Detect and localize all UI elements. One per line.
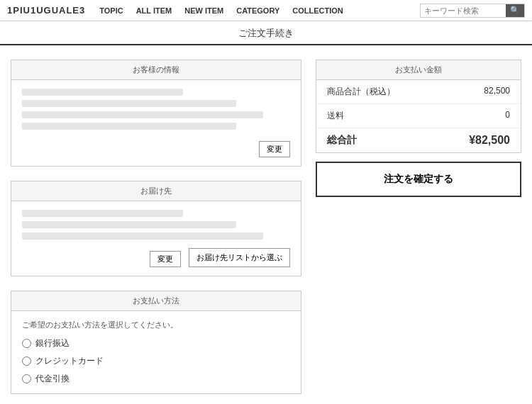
payment-radio-credit[interactable]	[22, 357, 31, 366]
customer-line-3	[22, 111, 263, 118]
delivery-section: お届け先 変更 お届け先リストから選ぶ	[11, 181, 301, 276]
shipping-row: 送料 0	[316, 104, 521, 128]
shipping-value: 0	[505, 110, 510, 122]
total-amount: ¥82,500	[469, 134, 510, 147]
nav-all-item[interactable]: ALL ITEM	[136, 6, 172, 15]
delivery-select-button[interactable]: お届け先リストから選ぶ	[189, 248, 290, 267]
payment-option-bank-label: 銀行振込	[35, 337, 70, 349]
payment-option-cod[interactable]: 代金引換	[22, 373, 290, 385]
search-button[interactable]: 🔍	[506, 4, 524, 17]
left-column: お客様の情報 変更 お届け先 変更 お届け先リストから選ぶ	[11, 60, 316, 404]
payment-method-body: ご希望のお支払い方法を選択してください。 銀行振込 クレジットカード 代金引換	[11, 311, 301, 393]
search-area: 🔍	[420, 4, 525, 18]
nav: TOPIC ALL ITEM NEW ITEM CATEGORY COLLECT…	[99, 6, 343, 15]
delivery-line-1	[22, 210, 183, 217]
payment-option-credit[interactable]: クレジットカード	[22, 355, 290, 367]
payment-summary: お支払い金額 商品合計（税込） 82,500 送料 0 総合計 ¥82,500	[316, 60, 521, 153]
delivery-change-button[interactable]: 変更	[150, 251, 181, 267]
page-title: ご注文手続き	[0, 21, 532, 45]
payment-method-header: お支払い方法	[11, 291, 301, 311]
subtotal-label: 商品合計（税込）	[327, 86, 395, 98]
shipping-label: 送料	[327, 110, 344, 122]
nav-new-item[interactable]: NEW ITEM	[184, 6, 223, 15]
subtotal-row: 商品合計（税込） 82,500	[316, 80, 521, 104]
logo: 1PIU1UGUALE3	[7, 5, 85, 16]
total-row: 総合計 ¥82,500	[316, 128, 521, 152]
payment-radio-cod[interactable]	[22, 374, 31, 383]
search-input[interactable]	[421, 6, 506, 15]
right-column: お支払い金額 商品合計（税込） 82,500 送料 0 総合計 ¥82,500 …	[316, 60, 521, 404]
customer-line-1	[22, 89, 183, 96]
payment-summary-header: お支払い金額	[316, 60, 521, 80]
customer-section: お客様の情報 変更	[11, 60, 301, 167]
customer-section-header: お客様の情報	[11, 60, 301, 80]
payment-option-bank[interactable]: 銀行振込	[22, 337, 290, 349]
payment-options: 銀行振込 クレジットカード 代金引換	[22, 337, 290, 385]
nav-category[interactable]: CATEGORY	[236, 6, 279, 15]
subtotal-value: 82,500	[484, 86, 510, 98]
payment-option-cod-label: 代金引換	[35, 373, 70, 385]
delivery-line-2	[22, 221, 236, 228]
payment-method-note: ご希望のお支払い方法を選択してください。	[22, 320, 290, 330]
customer-line-4	[22, 123, 236, 130]
payment-method-section: お支払い方法 ご希望のお支払い方法を選択してください。 銀行振込 クレジットカー…	[11, 291, 301, 394]
delivery-section-header: お届け先	[11, 181, 301, 201]
main-layout: お客様の情報 変更 お届け先 変更 お届け先リストから選ぶ	[0, 45, 532, 404]
delivery-section-body: 変更 お届け先リストから選ぶ	[11, 201, 301, 276]
payment-option-credit-label: クレジットカード	[35, 355, 104, 367]
total-label: 総合計	[327, 134, 357, 147]
confirm-order-button[interactable]: 注文を確定する	[316, 162, 521, 197]
customer-change-button[interactable]: 変更	[259, 141, 290, 157]
header: 1PIU1UGUALE3 TOPIC ALL ITEM NEW ITEM CAT…	[0, 0, 532, 21]
nav-topic[interactable]: TOPIC	[99, 6, 123, 15]
customer-line-2	[22, 100, 236, 107]
nav-collection[interactable]: COLLECTION	[292, 6, 343, 15]
customer-section-body: 変更	[11, 80, 301, 166]
delivery-line-3	[22, 232, 263, 240]
payment-radio-bank[interactable]	[22, 339, 31, 348]
